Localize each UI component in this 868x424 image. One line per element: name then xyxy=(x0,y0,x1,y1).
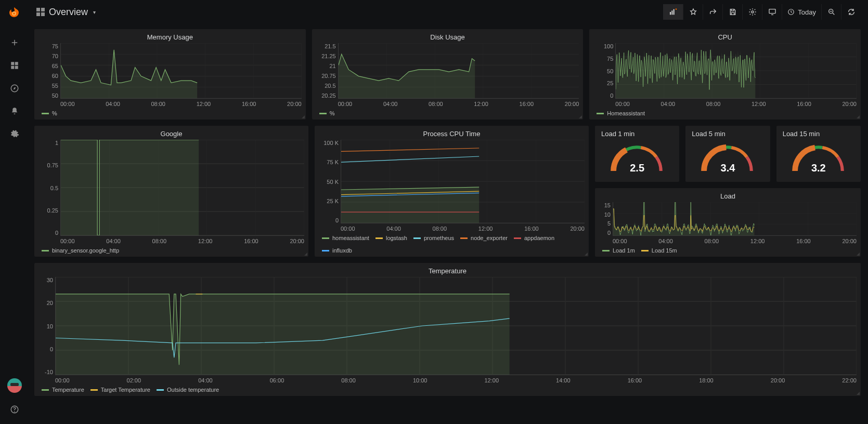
legend-item[interactable]: appdaemon xyxy=(514,235,554,241)
legend-item[interactable]: logstash xyxy=(375,235,407,241)
legend-swatch xyxy=(42,250,49,251)
legend-item[interactable]: Load 15m xyxy=(641,247,677,254)
legend-label: homeassistant xyxy=(332,235,369,241)
legend-item[interactable]: prometheus xyxy=(413,235,454,241)
settings-button[interactable] xyxy=(742,4,762,20)
legend-label: Load 15m xyxy=(652,247,677,254)
legend-item[interactable]: binary_sensor.google_http xyxy=(42,247,119,254)
legend-label: influxdb xyxy=(332,247,352,254)
legend-item[interactable]: homeassistant xyxy=(322,235,369,241)
panel-title: Temperature xyxy=(38,266,857,277)
panel-google[interactable]: Google 10.750.50.250 00:0004:0008:0012:0… xyxy=(34,126,308,257)
legend-label: % xyxy=(330,110,335,116)
legend-label: Target Temperature xyxy=(101,387,150,393)
legend-swatch xyxy=(413,237,421,239)
legend-item[interactable]: % xyxy=(42,110,57,116)
dashboard-title: Overview xyxy=(49,7,88,18)
legend-label: Load 1m xyxy=(613,247,635,254)
gauge: 3.2 xyxy=(781,140,857,174)
svg-rect-7 xyxy=(769,9,775,14)
share-button[interactable] xyxy=(703,4,722,20)
gauge-panel[interactable]: Load 1 min2.5 xyxy=(595,126,679,182)
legend-swatch xyxy=(641,250,649,251)
gauge: 3.4 xyxy=(690,140,766,174)
legend-swatch xyxy=(597,113,604,114)
panel-title: Google xyxy=(38,129,304,140)
legend-label: binary_sensor.google_http xyxy=(52,247,119,254)
panel-cpu[interactable]: CPU 1007550250 00:0004:0008:0012:0016:00… xyxy=(589,29,861,120)
gear-icon[interactable] xyxy=(4,124,25,144)
add-panel-button[interactable] xyxy=(663,4,683,20)
zoom-out-button[interactable] xyxy=(821,4,841,20)
time-range-label: Today xyxy=(798,8,816,16)
legend-item[interactable]: Outside temperature xyxy=(157,387,219,393)
legend-label: Temperature xyxy=(52,387,84,393)
help-icon[interactable] xyxy=(4,399,25,420)
resize-handle[interactable] xyxy=(301,114,305,118)
legend-swatch xyxy=(375,237,383,239)
legend-item[interactable]: node_exporter xyxy=(460,235,508,241)
dashboards-icon[interactable] xyxy=(4,55,25,76)
legend-label: logstash xyxy=(386,235,407,241)
legend-swatch xyxy=(319,113,327,114)
legend-label: node_exporter xyxy=(471,235,508,241)
legend-swatch xyxy=(322,237,329,239)
panel-memory-usage[interactable]: Memory Usage 757065605550 00:0004:0008:0… xyxy=(34,29,306,120)
legend-swatch xyxy=(514,237,521,239)
chevron-down-icon: ▾ xyxy=(93,9,96,15)
left-sidebar xyxy=(0,0,29,424)
dashboard-grid: Memory Usage 757065605550 00:0004:0008:0… xyxy=(29,24,868,424)
legend-label: Homeassistant xyxy=(607,110,645,116)
gauge: 2.5 xyxy=(599,140,675,174)
panel-title: Memory Usage xyxy=(38,32,302,43)
resize-handle[interactable] xyxy=(584,251,588,256)
bell-icon[interactable] xyxy=(4,101,25,122)
gauge-value: 2.5 xyxy=(630,162,644,174)
legend-item[interactable]: influxdb xyxy=(322,247,352,254)
gauge-panel[interactable]: Load 5 min3.4 xyxy=(685,126,770,182)
panel-title: CPU xyxy=(593,32,857,43)
gauge-title: Load 5 min xyxy=(690,129,725,140)
legend-item[interactable]: Temperature xyxy=(42,387,84,393)
panel-process-cpu-time[interactable]: Process CPU Time 100 K75 K50 K25 K0 00:0… xyxy=(315,126,589,257)
legend-item[interactable]: Target Temperature xyxy=(90,387,150,393)
legend-item[interactable]: % xyxy=(319,110,335,116)
legend-item[interactable]: Load 1m xyxy=(602,247,635,254)
plus-icon[interactable] xyxy=(4,32,25,53)
resize-handle[interactable] xyxy=(303,251,307,256)
legend-label: Outside temperature xyxy=(167,387,219,393)
panel-temperature[interactable]: Temperature 3020100-10 00:0002:0004:0006… xyxy=(34,263,861,396)
legend-swatch xyxy=(460,237,468,239)
dashboards-mini-icon xyxy=(36,8,45,16)
legend-label: appdaemon xyxy=(524,235,554,241)
legend-item[interactable]: Homeassistant xyxy=(597,110,645,116)
star-button[interactable] xyxy=(683,4,703,20)
legend-swatch xyxy=(90,389,98,391)
resize-handle[interactable] xyxy=(856,114,860,118)
gauge-value: 3.4 xyxy=(721,162,735,174)
legend-swatch xyxy=(157,389,164,391)
resize-handle[interactable] xyxy=(578,114,582,118)
grafana-logo[interactable] xyxy=(6,6,23,23)
cycle-view-button[interactable] xyxy=(762,4,782,20)
legend-label: % xyxy=(52,110,57,116)
compass-icon[interactable] xyxy=(4,78,25,99)
gauge-title: Load 1 min xyxy=(599,129,634,140)
gauge-title: Load 15 min xyxy=(781,129,820,140)
avatar[interactable] xyxy=(7,378,22,393)
panel-title: Process CPU Time xyxy=(319,129,585,140)
resize-handle[interactable] xyxy=(856,251,860,256)
gauge-value: 3.2 xyxy=(811,162,826,174)
legend-swatch xyxy=(322,250,329,251)
panel-disk-usage[interactable]: Disk Usage 21.521.252120.7520.520.25 00:… xyxy=(312,29,584,120)
legend-swatch xyxy=(42,389,49,391)
gauge-panel[interactable]: Load 15 min3.2 xyxy=(776,126,861,182)
refresh-button[interactable] xyxy=(841,4,861,20)
panel-title: Load xyxy=(599,191,857,202)
save-button[interactable] xyxy=(722,4,742,20)
panel-load[interactable]: Load 151050 00:0004:0008:0012:0016:0020:… xyxy=(595,188,861,257)
resize-handle[interactable] xyxy=(856,391,860,395)
dashboard-picker[interactable]: Overview ▾ xyxy=(36,7,96,18)
time-range-picker[interactable]: Today xyxy=(782,4,821,20)
svg-rect-4 xyxy=(672,10,673,15)
